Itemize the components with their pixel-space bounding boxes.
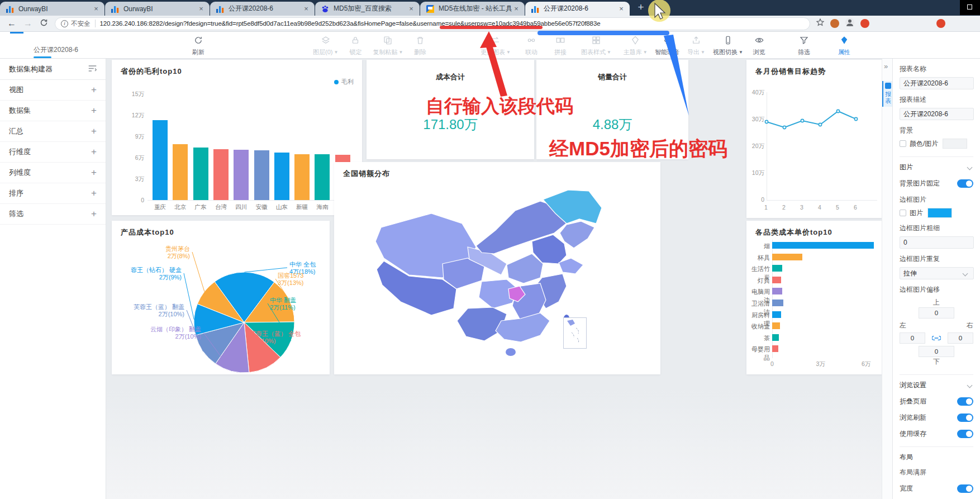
add-icon[interactable]: + [91,188,97,199]
browser-tab[interactable]: OurwayBI × [105,2,210,16]
bar-广东[interactable] [193,148,208,200]
add-icon[interactable]: + [91,84,97,96]
bg-image-fixed-toggle[interactable] [957,179,973,188]
bar-北京[interactable] [173,144,188,200]
tab-close-icon[interactable]: × [92,4,101,13]
browser-tab[interactable]: OurwayBI × [0,2,104,16]
dashboard-canvas[interactable]: 省份的毛利top10 毛利15万12万9万6万3万0重庆北京广东台湾四川安徽山东… [106,59,882,499]
collapse-icon[interactable]: » [884,62,888,70]
sidebar-item-列维度[interactable]: 列维度 + [0,163,106,183]
toolbar-refresh-button[interactable]: 刷新 [190,35,207,56]
hbar-收纳盒[interactable] [772,322,780,329]
hbar-茶[interactable] [772,334,779,341]
offset-bottom-input[interactable]: 0 [919,346,954,357]
tab-close-icon[interactable]: × [302,4,311,13]
bar-台湾[interactable] [213,149,229,200]
browser-address-bar: ← → i 不安全 120.236.240.186:8282/design?fd… [0,16,980,32]
reload-icon[interactable] [40,18,48,29]
hbar-卫浴清洁[interactable] [772,300,783,306]
report-side-tab[interactable]: 报表 [882,81,893,107]
info-icon[interactable]: i [61,20,68,27]
filter-list-icon[interactable] [88,65,97,74]
layout-section-header[interactable]: 布局 [900,446,973,462]
china-map[interactable] [348,174,638,364]
forward-icon[interactable]: → [23,18,32,28]
browse-settings-header[interactable]: 浏览设置 [900,374,973,390]
border-width-input[interactable]: 0 [900,236,974,249]
browser-tab[interactable]: MD5加密_百度搜索 × [315,2,420,16]
offset-top-input[interactable]: 0 [919,307,954,319]
toolbar-funnel-button[interactable]: 筛选 [796,35,812,56]
hbar-生活竹炭[interactable] [772,265,782,272]
chart-legend[interactable]: 毛利 [334,78,354,86]
hbar-电脑周边[interactable] [772,288,782,294]
bookmark-star-icon[interactable] [816,18,825,29]
pie-label: 芙蓉王（蓝） 翻盖2万(10%) [134,303,184,318]
profile-avatar[interactable] [845,17,855,30]
tab-close-icon[interactable]: × [407,4,416,13]
折叠页眉-toggle[interactable] [957,397,973,406]
sidebar-item-排序[interactable]: 排序 + [0,183,106,204]
tab-close-icon[interactable]: × [617,4,626,13]
browser-tab[interactable]: 公开课20208-6 × [210,2,315,16]
bar-海南[interactable] [315,154,330,200]
bar-山东[interactable] [274,153,289,200]
doc-tab[interactable]: 公开课20208-6 [34,45,78,55]
border-image-color-swatch[interactable] [927,208,952,218]
url-field[interactable]: i 不安全 120.236.240.186:8282/design?fdesig… [55,17,810,30]
border-image-checkbox[interactable] [900,210,906,216]
hbar-母婴用品[interactable] [772,345,778,352]
browser-tab[interactable]: MD5在线加密 - 站长工具 × [420,2,525,16]
bg-color-checkbox[interactable] [900,140,906,147]
sidebar-item-视图[interactable]: 视图 + [0,80,106,101]
bar-重庆[interactable] [153,120,168,200]
浏览刷新-toggle[interactable] [957,414,973,422]
add-icon[interactable]: + [91,167,97,178]
back-icon[interactable]: ← [7,18,16,28]
chart-line-monthly-target[interactable]: 各月份销售目标趋势40万30万20万10万0 123456 [746,60,882,218]
image-section-header[interactable]: 图片 [900,156,973,172]
layers-icon [321,35,331,46]
link-offsets-icon[interactable] [932,335,941,341]
sidebar-item-汇总[interactable]: 汇总 + [0,121,106,142]
使用缓存-toggle[interactable] [957,430,973,438]
hbar-厨房料理[interactable] [772,311,781,318]
add-icon[interactable]: + [91,126,97,137]
bg-color-swatch[interactable] [943,139,967,149]
add-icon[interactable]: + [91,146,97,158]
offset-right-input[interactable]: 0 [948,332,973,344]
report-desc-input[interactable]: 公开课20208-6 [900,108,974,120]
hbar-灯具[interactable] [772,277,781,283]
toolbar-eye-button[interactable]: 浏览 [751,35,768,56]
extension-icon[interactable] [830,19,839,28]
chart-map-china-sales[interactable]: 全国销额分布 [334,162,660,374]
toolbar-gem-button[interactable]: 属性 [836,35,853,56]
window-controls[interactable] [960,0,980,15]
add-icon[interactable]: + [91,208,97,220]
sidebar-item-筛选[interactable]: 筛选 + [0,204,106,225]
add-icon[interactable]: + [91,105,97,116]
sidebar-item-行维度[interactable]: 行维度 + [0,142,106,163]
width-toggle[interactable] [957,484,973,493]
bar-安徽[interactable] [254,150,269,200]
border-repeat-select[interactable]: 拉伸 [900,267,974,279]
sidebar-item-数据集[interactable]: 数据集 + [0,101,106,121]
toolbar-mic-button[interactable]: 智能语音 [655,35,679,56]
chart-hbar-category-cost[interactable]: 各品类成本单价top10烟 杯具 生活竹炭 灯具 电脑周边 卫浴清洁 厨房料理 … [746,221,882,374]
browser-tab[interactable]: 公开课20208-6 × [525,2,630,16]
bar-四川[interactable] [234,150,249,200]
report-name-input[interactable]: 公开课20208-6 [900,77,974,89]
tab-close-icon[interactable]: × [512,4,521,13]
offset-left-input[interactable]: 0 [900,332,925,344]
chart-title: 省份的毛利top10 [121,66,182,77]
chart-pie-product-cost[interactable]: 产品成本top10 中华 全包4万(18%)国窖15733万(13%)中华 翻盖… [112,221,330,374]
hbar-杯具[interactable] [772,254,802,260]
tab-close-icon[interactable]: × [197,4,206,13]
chart-bar-province-profit[interactable]: 省份的毛利top10 毛利15万12万9万6万3万0重庆北京广东台湾四川安徽山东… [112,60,362,215]
new-tab-button[interactable]: + [634,1,648,15]
notification-badge-icon[interactable] [860,19,869,28]
toolbar-label: 更换图表▼ [481,48,511,56]
hbar-烟[interactable] [772,242,874,249]
toolbar-phone-button[interactable]: 视图切换▼ [713,35,743,56]
bar-新疆[interactable] [294,154,310,200]
